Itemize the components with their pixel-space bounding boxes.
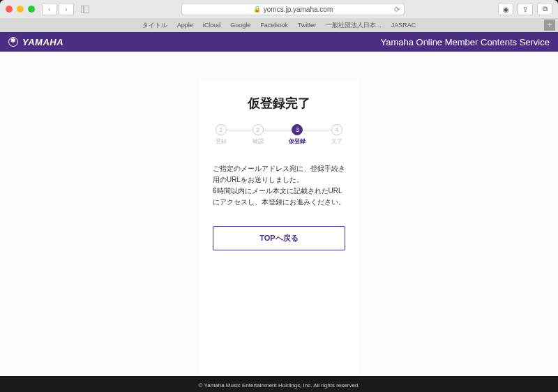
yamaha-logo[interactable]: YAMAHA [8, 37, 63, 47]
toolbar-right: ◉ ⇪ ⧉ [498, 3, 552, 15]
bookmark-item[interactable]: タイトル [142, 21, 167, 30]
reload-icon[interactable]: ⟳ [394, 6, 400, 13]
downloads-button[interactable]: ◉ [498, 3, 513, 15]
maximize-window-button[interactable] [28, 6, 35, 13]
step-1: 1 登録 [216, 124, 227, 145]
step-number: 4 [331, 124, 342, 135]
svg-rect-0 [81, 6, 89, 13]
lock-icon: 🔒 [253, 6, 261, 13]
scrollbar[interactable] [550, 64, 558, 365]
bookmark-item[interactable]: 一般社団法人日本... [326, 21, 382, 30]
bookmark-item[interactable]: Apple [177, 22, 193, 29]
confirmation-message: ご指定のメールアドレス宛に、登録手続き用のURLをお送りしました。 6時間以内に… [213, 163, 345, 208]
window-controls [6, 6, 35, 13]
forward-button[interactable]: › [59, 3, 74, 15]
sidebar-button[interactable] [80, 3, 91, 15]
logo-icon [8, 37, 18, 47]
site-footer: © Yamaha Music Entertainment Holdings, I… [0, 379, 558, 392]
copyright-text: © Yamaha Music Entertainment Holdings, I… [198, 382, 359, 389]
brand-text: YAMAHA [22, 37, 63, 47]
step-label: 登録 [216, 137, 227, 145]
tabs-button[interactable]: ⧉ [537, 3, 552, 15]
page-viewport: YAMAHA Yamaha Online Member Contents Ser… [0, 32, 558, 376]
message-line: 6時間以内にメール本文に記載されたURLにアクセスし、本登録にお進みください。 [213, 186, 345, 208]
browser-toolbar: ‹ › 🔒 yomcs.jp.yamaha.com ⟳ ◉ ⇪ ⧉ [0, 0, 558, 18]
nav-buttons: ‹ › [42, 3, 74, 15]
minimize-window-button[interactable] [17, 6, 24, 13]
step-4: 4 完了 [331, 124, 342, 145]
content-area: 仮登録完了 1 登録 2 確認 3 仮登録 4 完了 [0, 52, 558, 376]
bookmark-item[interactable]: JASRAC [391, 22, 416, 29]
bookmark-item[interactable]: iCloud [203, 22, 221, 29]
step-number: 2 [252, 124, 264, 135]
step-label: 確認 [252, 137, 264, 145]
bookmark-item[interactable]: Google [230, 22, 250, 29]
share-button[interactable]: ⇪ [518, 3, 533, 15]
bookmark-item[interactable]: Facebook [260, 22, 288, 29]
step-label: 完了 [331, 137, 342, 145]
back-button[interactable]: ‹ [42, 3, 57, 15]
step-label: 仮登録 [289, 137, 306, 145]
top-button[interactable]: TOPへ戻る [213, 226, 345, 250]
close-window-button[interactable] [6, 6, 13, 13]
step-3: 3 仮登録 [289, 124, 306, 145]
site-header: YAMAHA Yamaha Online Member Contents Ser… [0, 32, 558, 52]
message-line: ご指定のメールアドレス宛に、登録手続き用のURLをお送りしました。 [213, 163, 345, 186]
step-2: 2 確認 [252, 124, 264, 145]
page-title: 仮登録完了 [213, 95, 345, 112]
step-number: 1 [216, 124, 227, 135]
url-text: yomcs.jp.yamaha.com [264, 6, 333, 13]
bookmark-item[interactable]: Twitter [298, 22, 317, 29]
registration-card: 仮登録完了 1 登録 2 確認 3 仮登録 4 完了 [199, 80, 359, 376]
service-title: Yamaha Online Member Contents Service [380, 37, 550, 47]
address-bar[interactable]: 🔒 yomcs.jp.yamaha.com ⟳ [181, 3, 405, 15]
step-number: 3 [292, 124, 303, 135]
bookmarks-bar: タイトル Apple iCloud Google Facebook Twitte… [0, 18, 558, 32]
address-bar-container: 🔒 yomcs.jp.yamaha.com ⟳ [95, 3, 491, 15]
progress-steps: 1 登録 2 確認 3 仮登録 4 完了 [213, 124, 345, 145]
new-tab-button[interactable]: + [544, 20, 555, 31]
